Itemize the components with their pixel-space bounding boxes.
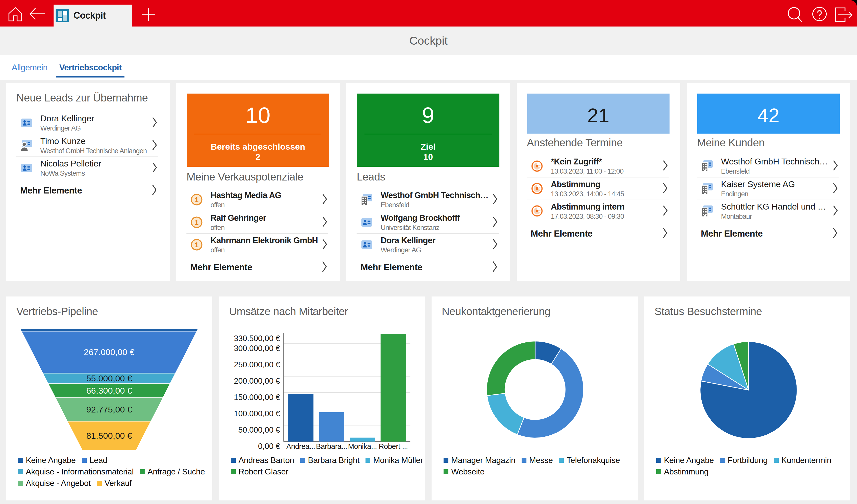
card-vertriebs-pipeline: 267.000,00 €55.000,00 €66.300,00 €92.775… xyxy=(6,296,212,500)
card-title: Meine Verkauspotenziale xyxy=(186,170,330,184)
chart-label: 81.500,00 € xyxy=(86,431,132,440)
chart-legend: Keine AngabeLeadAkquise - Informationsma… xyxy=(18,454,207,489)
legend-item: Keine Angabe xyxy=(18,455,76,465)
item-title: Abstimmung xyxy=(551,179,660,190)
legend-row: Akquise - AngebotVerkauf xyxy=(18,477,207,489)
legend-label: Telefonakquise xyxy=(567,455,620,465)
list-item-abstimmung[interactable]: Abstimmung13.03.2023, 14:00 - 14:45 xyxy=(527,177,669,199)
item-subtitle: offen xyxy=(211,223,319,232)
list-item-kein-zugriff[interactable]: *Kein Zugriff*13.03.2023, 11:00 - 12:00 xyxy=(527,155,669,177)
item-title: *Kein Zugriff* xyxy=(551,156,660,167)
list-item-nicolas-pelletier[interactable]: Nicolas PelletierNoWa Systems xyxy=(16,157,158,179)
tab-vertriebscockpit[interactable]: Vertriebscockpit xyxy=(56,55,124,80)
list-item-timo-kunze[interactable]: Timo KunzeWesthof GmbH Technische Anlang… xyxy=(16,134,158,157)
legend-label: Robert Glaser xyxy=(238,467,288,476)
legend-swatch xyxy=(231,458,236,463)
list-item-hashtag-media[interactable]: 1 Hashtag Media AGoffen xyxy=(186,188,328,211)
legend-label: Manager Magazin xyxy=(451,455,516,465)
list-item-westhof[interactable]: Westhof GmbH Technische An...Ebensfeld xyxy=(356,188,499,211)
top-app-bar: Cockpit xyxy=(0,0,857,27)
item-title: Ralf Gehringer xyxy=(211,212,319,223)
legend-swatch xyxy=(443,458,448,463)
legend-row: Robert Glaser xyxy=(231,466,420,477)
legend-swatch xyxy=(443,469,448,474)
list-item-wolfgang-brockhofff[interactable]: Wolfgang BrockhofffUniversität Konstanz xyxy=(356,211,499,233)
cockpit-tab-icon xyxy=(56,9,69,22)
legend-label: Fortbildung xyxy=(728,455,768,465)
legend-swatch xyxy=(140,469,145,474)
chart-label: 66.300,00 € xyxy=(86,386,132,395)
page-header: Cockpit xyxy=(0,27,857,55)
legend-row: Manager MagazinMesseTelefonakquise xyxy=(443,454,633,466)
cockpit-tabbar: Allgemein Vertriebscockpit xyxy=(0,55,857,80)
list-item-abstimmung-intern[interactable]: Abstimmung intern17.03.2023, 08:30 - 09:… xyxy=(527,199,669,222)
bar xyxy=(288,394,314,441)
svg-text:1: 1 xyxy=(195,241,199,248)
chevron-right-icon xyxy=(322,216,327,228)
legend-swatch xyxy=(656,458,661,463)
item-title: Nicolas Pelletier xyxy=(40,158,149,169)
chart-label: 92.775,00 € xyxy=(86,404,132,414)
legend-label: Verkauf xyxy=(105,479,132,488)
item-title: Westhof GmbH Technische An... xyxy=(721,156,830,167)
home-button[interactable] xyxy=(5,0,25,27)
priority-1-badge-icon: 1 xyxy=(189,239,204,250)
more-elements-button[interactable]: Mehr Elemente xyxy=(186,256,328,278)
new-tab-button[interactable] xyxy=(138,0,159,27)
item-subtitle: 13.03.2023, 11:00 - 12:00 xyxy=(551,167,660,176)
more-elements-button[interactable]: Mehr Elemente xyxy=(697,222,839,244)
back-button[interactable] xyxy=(27,0,48,27)
legend-item: Messe xyxy=(522,455,553,465)
search-icon xyxy=(787,4,803,22)
chevron-right-icon xyxy=(152,162,157,174)
chevron-right-icon xyxy=(833,205,838,217)
company-icon xyxy=(360,194,374,205)
list-item-ralf-gehringer[interactable]: 1 Ralf Gehringeroffen xyxy=(186,211,328,233)
list-item-kahrmann-elektronik[interactable]: 1 Kahrmann Elektronik GmbHoffen xyxy=(186,233,328,256)
list-item-dora-kellinger[interactable]: Dora KellingerWerdinger AG xyxy=(356,233,499,256)
list-item-dora-kellinger[interactable]: Dora KellingerWerdinger AG xyxy=(16,112,158,134)
legend-swatch xyxy=(366,458,370,463)
chart-label: 200.000,00 € xyxy=(234,377,280,385)
back-arrow-icon xyxy=(29,6,45,21)
legend-swatch xyxy=(18,469,23,474)
contact-card-icon xyxy=(19,164,34,172)
item-subtitle: 13.03.2023, 14:00 - 14:45 xyxy=(551,190,660,198)
list-item-kaiser-systeme[interactable]: Kaiser Systeme AGEndingen xyxy=(697,177,839,199)
more-elements-button[interactable]: Mehr Elemente xyxy=(356,256,499,278)
legend-swatch xyxy=(559,458,564,463)
chevron-right-icon xyxy=(833,183,838,195)
list-item-schuettler[interactable]: Schüttler KG Handel und Diest...Montabau… xyxy=(697,199,839,222)
legend-item: Andreas Barton xyxy=(231,455,294,465)
kpi-divider xyxy=(365,134,491,134)
search-button[interactable] xyxy=(786,0,805,27)
item-subtitle: 17.03.2023, 08:30 - 09:30 xyxy=(551,212,660,221)
item-title: Westhof GmbH Technische An... xyxy=(381,190,489,201)
card-title: Neue Leads zur Übernahme xyxy=(16,90,159,105)
kpi-tile-kunden: 42 xyxy=(697,93,840,134)
chevron-right-icon xyxy=(322,239,327,251)
legend-swatch xyxy=(231,469,236,474)
legend-label: Webseite xyxy=(451,467,484,476)
list-item-westhof[interactable]: Westhof GmbH Technische An...Ebensfeld xyxy=(697,155,839,177)
chart-label: 100.000,00 € xyxy=(234,409,280,418)
card-title: Meine Kunden xyxy=(697,135,840,150)
card-leads: 9 Ziel 10 Leads Westhof GmbH Technische … xyxy=(346,83,510,281)
svg-text:1: 1 xyxy=(195,219,199,226)
chevron-right-icon xyxy=(152,139,157,152)
help-button[interactable] xyxy=(811,0,828,27)
more-elements-button[interactable]: Mehr Elemente xyxy=(527,222,669,244)
tab-cockpit[interactable]: Cockpit xyxy=(54,5,132,27)
bar xyxy=(381,334,406,441)
item-subtitle: Universität Konstanz xyxy=(381,223,489,232)
legend-swatch xyxy=(82,458,87,463)
chevron-right-icon xyxy=(492,239,498,251)
appointment-icon xyxy=(530,160,544,172)
tab-allgemein[interactable]: Allgemein xyxy=(9,55,50,80)
more-elements-button[interactable]: Mehr Elemente xyxy=(16,179,158,202)
legend-item: Webseite xyxy=(443,467,484,476)
chevron-right-icon xyxy=(322,261,327,274)
item-subtitle: offen xyxy=(211,201,319,210)
pie-slice xyxy=(487,341,535,396)
tab-label: Cockpit xyxy=(73,10,105,21)
